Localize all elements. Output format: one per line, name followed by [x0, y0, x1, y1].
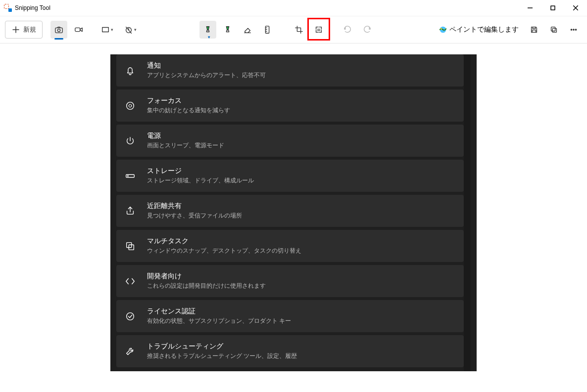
settings-row[interactable]: トラブルシューティング推奨されるトラブルシューティング ツール、設定、履歴 — [116, 335, 464, 367]
chevron-down-icon: ▾ — [208, 35, 210, 40]
settings-row-title: 開発者向け — [147, 272, 266, 281]
settings-row-desc: ウィンドウのスナップ、デスクトップ、タスクの切り替え — [147, 247, 301, 255]
wrench-icon — [124, 346, 136, 357]
svg-rect-9 — [102, 28, 109, 32]
settings-row-title: 電源 — [147, 131, 224, 140]
svg-rect-1 — [551, 6, 555, 10]
settings-row-desc: 画面とスリープ、電源モード — [147, 141, 224, 150]
settings-row[interactable]: ストレージストレージ領域、ドライブ、構成ルール — [116, 160, 464, 192]
svg-rect-6 — [55, 28, 62, 33]
new-button-label: 新規 — [23, 25, 36, 34]
delay-dropdown[interactable]: ▾ — [120, 21, 141, 39]
window-title: Snipping Tool — [15, 4, 50, 11]
settings-row-desc: 推奨されるトラブルシューティング ツール、設定、履歴 — [147, 352, 297, 360]
storage-icon — [124, 170, 136, 182]
plus-icon — [11, 25, 20, 34]
maximize-button[interactable] — [541, 0, 564, 16]
svg-rect-8 — [75, 28, 80, 31]
settings-row-desc: ストレージ領域、ドライブ、構成ルール — [147, 176, 254, 185]
settings-row-title: マルチタスク — [147, 237, 301, 246]
settings-row-desc: 見つけやすさ、受信ファイルの場所 — [147, 212, 242, 220]
screenshot-mode-button[interactable] — [50, 21, 67, 39]
close-button[interactable] — [564, 0, 587, 16]
paint-icon — [439, 25, 447, 34]
video-icon — [74, 25, 83, 34]
svg-point-27 — [573, 29, 574, 30]
settings-row[interactable]: 電源画面とスリープ、電源モード — [116, 125, 464, 157]
highlighter-selected-button[interactable]: ▾ — [199, 21, 216, 39]
copy-button[interactable] — [545, 21, 562, 39]
app-icon — [4, 4, 12, 12]
settings-row-title: 近距離共有 — [147, 202, 242, 211]
ruler-button[interactable] — [259, 21, 276, 39]
redo-button[interactable] — [359, 21, 376, 39]
settings-row-desc: アプリとシステムからのアラート、応答不可 — [147, 71, 266, 80]
video-mode-button[interactable] — [70, 21, 87, 39]
settings-row[interactable]: 通知アプリとシステムからのアラート、応答不可 — [116, 54, 464, 87]
settings-row-title: 通知 — [147, 61, 266, 70]
highlighter-icon — [223, 25, 232, 34]
settings-row-desc: 有効化の状態、サブスクリプション、プロダクト キー — [147, 317, 291, 325]
ruler-icon — [263, 25, 272, 34]
settings-row-title: フォーカス — [147, 96, 230, 105]
settings-row-title: ライセンス認証 — [147, 307, 291, 316]
camera-icon — [54, 25, 63, 34]
settings-row[interactable]: 開発者向けこれらの設定は開発目的だけに使用されます — [116, 265, 464, 297]
rectangle-icon — [101, 25, 110, 34]
highlighter-button[interactable] — [219, 21, 236, 39]
eraser-button[interactable] — [239, 21, 256, 39]
no-delay-icon — [124, 25, 133, 34]
edit-in-paint-label: ペイントで編集します — [449, 25, 519, 34]
settings-row[interactable]: 近距離共有見つけやすさ、受信ファイルの場所 — [116, 195, 464, 227]
undo-button[interactable] — [339, 21, 356, 39]
copy-icon — [549, 25, 558, 34]
settings-row[interactable]: マルチタスクウィンドウのスナップ、デスクトップ、タスクの切り替え — [116, 230, 464, 262]
svg-rect-25 — [551, 27, 555, 31]
more-button[interactable] — [565, 21, 582, 39]
scrollbar[interactable] — [464, 54, 471, 371]
save-icon — [530, 25, 538, 34]
highlighter-icon — [203, 25, 212, 34]
new-button[interactable]: 新規 — [5, 21, 43, 39]
settings-row-desc: 集中の妨げとなる通知を減らす — [147, 106, 230, 115]
svg-point-7 — [57, 29, 60, 32]
power-icon — [124, 135, 136, 147]
settings-row-desc: これらの設定は開発目的だけに使用されます — [147, 282, 266, 290]
minimize-button[interactable] — [519, 0, 541, 16]
settings-row[interactable]: フォーカス集中の妨げとなる通知を減らす — [116, 89, 464, 122]
svg-point-21 — [440, 28, 442, 30]
multitask-icon — [124, 240, 136, 252]
settings-row-title: トラブルシューティング — [147, 342, 297, 351]
edit-in-paint-button[interactable]: ペイントで編集します — [435, 21, 523, 39]
svg-rect-22 — [533, 27, 535, 29]
settings-row[interactable]: ライセンス認証有効化の状態、サブスクリプション、プロダクト キー — [116, 300, 464, 332]
capture-canvas: 通知アプリとシステムからのアラート、応答不可フォーカス集中の妨げとなる通知を減ら… — [0, 44, 587, 392]
dev-icon — [124, 275, 136, 287]
titlebar: Snipping Tool — [0, 0, 587, 16]
more-icon — [569, 25, 578, 34]
crop-icon — [294, 25, 303, 34]
svg-rect-23 — [532, 30, 536, 33]
save-button[interactable] — [526, 21, 542, 39]
focus-icon — [124, 100, 136, 112]
check-icon — [124, 310, 136, 322]
bell-icon — [124, 65, 136, 77]
snip-shape-dropdown[interactable]: ▾ — [97, 21, 117, 39]
toolbar: 新規 ▾ ▾ ▾ — [0, 16, 587, 44]
redo-icon — [363, 25, 372, 34]
svg-point-26 — [571, 29, 572, 30]
svg-point-28 — [575, 29, 576, 30]
eraser-icon — [243, 25, 252, 34]
chevron-down-icon: ▾ — [134, 27, 137, 32]
text-actions-button[interactable] — [310, 21, 327, 39]
crop-button[interactable] — [291, 21, 307, 39]
svg-rect-24 — [552, 28, 556, 32]
captured-settings-panel: 通知アプリとシステムからのアラート、応答不可フォーカス集中の妨げとなる通知を減ら… — [110, 54, 477, 371]
text-extract-icon — [314, 25, 323, 34]
settings-row-title: ストレージ — [147, 167, 254, 175]
chevron-down-icon: ▾ — [111, 27, 113, 32]
share-icon — [124, 205, 136, 217]
undo-icon — [343, 25, 352, 34]
